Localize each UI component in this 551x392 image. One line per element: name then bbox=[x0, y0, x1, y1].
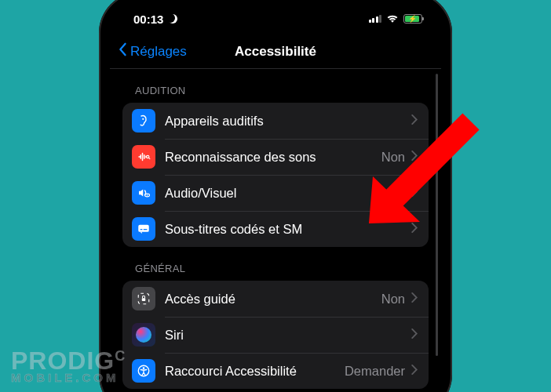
row-guided-access[interactable]: Accès guidé Non bbox=[122, 281, 429, 317]
row-subtitles-captioning[interactable]: Sous-titres codés et SM bbox=[122, 211, 429, 247]
row-label: Siri bbox=[165, 328, 411, 343]
row-label: Sous-titres codés et SM bbox=[165, 222, 411, 237]
row-value: Non bbox=[381, 150, 405, 165]
row-audio-visual[interactable]: Audio/Visuel bbox=[122, 175, 429, 211]
subtitle-icon bbox=[132, 217, 155, 241]
svg-rect-5 bbox=[140, 229, 143, 230]
back-button[interactable]: Réglages bbox=[118, 42, 187, 60]
siri-icon bbox=[132, 323, 155, 347]
row-value: Non bbox=[381, 292, 405, 307]
row-label: Reconnaissance des sons bbox=[165, 150, 381, 165]
battery-icon: ⚡ bbox=[403, 14, 422, 24]
svg-point-0 bbox=[142, 118, 144, 120]
svg-rect-6 bbox=[144, 229, 148, 230]
section-header-general: GÉNÉRAL bbox=[122, 247, 429, 281]
chevron-right-icon bbox=[411, 186, 418, 200]
accessibility-icon bbox=[132, 359, 155, 383]
row-label: Audio/Visuel bbox=[165, 186, 411, 201]
row-accessibility-shortcut[interactable]: Raccourci Accessibilité Demander bbox=[122, 353, 429, 389]
ear-icon bbox=[132, 109, 155, 132]
row-siri[interactable]: Siri bbox=[122, 317, 429, 353]
do-not-disturb-icon bbox=[168, 13, 179, 24]
chevron-right-icon bbox=[411, 328, 418, 342]
row-hearing-devices[interactable]: Appareils auditifs bbox=[122, 103, 429, 139]
group-general: Accès guidé Non Siri Raccourci Accessibi… bbox=[122, 281, 429, 389]
wifi-icon bbox=[386, 13, 399, 26]
screen: 00:13 ⚡ Réglages bbox=[110, 3, 441, 392]
chevron-right-icon bbox=[411, 364, 418, 378]
notch bbox=[205, 3, 346, 25]
row-sound-recognition[interactable]: Reconnaissance des sons Non bbox=[122, 139, 429, 175]
speaker-eye-icon bbox=[132, 181, 155, 205]
cellular-signal-icon bbox=[369, 15, 382, 23]
svg-point-10 bbox=[143, 367, 145, 369]
chevron-right-icon bbox=[411, 114, 418, 128]
svg-rect-8 bbox=[142, 298, 146, 301]
row-label: Appareils auditifs bbox=[165, 114, 411, 129]
section-header-audition: AUDITION bbox=[122, 69, 429, 103]
svg-rect-4 bbox=[138, 225, 149, 232]
sound-wave-icon bbox=[132, 145, 155, 169]
group-audition: Appareils auditifs Reconnaissance des so… bbox=[122, 103, 429, 247]
chevron-left-icon bbox=[118, 42, 127, 60]
row-label: Accès guidé bbox=[165, 292, 381, 307]
row-value: Demander bbox=[345, 364, 405, 379]
chevron-right-icon bbox=[411, 292, 418, 306]
phone-frame: 00:13 ⚡ Réglages bbox=[99, 0, 452, 392]
status-time: 00:13 bbox=[133, 13, 163, 26]
back-label: Réglages bbox=[130, 44, 187, 60]
settings-content: AUDITION Appareils auditifs Reconnaissan… bbox=[110, 69, 441, 389]
chevron-right-icon bbox=[411, 150, 418, 164]
row-label: Raccourci Accessibilité bbox=[165, 364, 345, 379]
svg-point-3 bbox=[147, 194, 148, 196]
chevron-right-icon bbox=[411, 222, 418, 236]
scroll-indicator[interactable] bbox=[436, 74, 438, 356]
nav-bar: Réglages Accessibilité bbox=[110, 34, 441, 69]
lock-frame-icon bbox=[132, 287, 155, 310]
